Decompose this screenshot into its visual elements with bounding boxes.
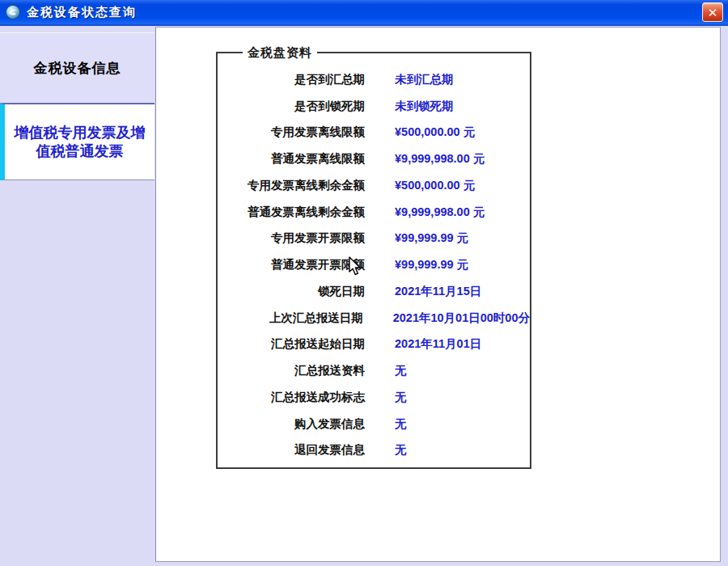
field-value: ¥9,999,998.00 元 bbox=[395, 151, 485, 167]
info-rows: 是否到汇总期未到汇总期是否到锁死期未到锁死期专用发票离线限额¥500,000.0… bbox=[218, 53, 530, 463]
field-label: 退回发票信息 bbox=[218, 442, 365, 458]
field-value: 2021年10月01日00时00分 bbox=[393, 310, 530, 326]
field-label: 汇总报送资料 bbox=[218, 363, 365, 378]
info-row: 普通发票开票限额¥99,999.99 元 bbox=[218, 251, 530, 278]
info-row: 普通发票离线限额¥9,999,998.00 元 bbox=[218, 146, 530, 172]
sidebar: 金税设备信息 增值税专用发票及增值税普通发票 bbox=[0, 26, 154, 566]
field-label: 普通发票离线限额 bbox=[218, 151, 365, 167]
info-row: 普通发票离线剩余金额¥9,999,998.00 元 bbox=[218, 199, 530, 226]
field-value: 无 bbox=[395, 363, 407, 378]
field-label: 是否到汇总期 bbox=[218, 72, 365, 87]
info-row: 是否到锁死期未到锁死期 bbox=[218, 93, 530, 120]
field-value: 无 bbox=[395, 416, 407, 432]
field-value: ¥9,999,998.00 元 bbox=[395, 205, 485, 220]
info-row: 退回发票信息无 bbox=[218, 437, 530, 464]
info-row: 是否到汇总期未到汇总期 bbox=[218, 66, 530, 93]
info-row: 专用发票离线限额¥500,000.00 元 bbox=[218, 120, 530, 146]
info-row: 汇总报送起始日期2021年11月01日 bbox=[218, 332, 530, 358]
field-label: 上次汇总报送日期 bbox=[218, 310, 363, 326]
info-row: 专用发票开票限额¥99,999.99 元 bbox=[218, 226, 530, 252]
field-label: 购入发票信息 bbox=[218, 416, 365, 432]
tax-disk-data-fieldset: 金税盘资料 是否到汇总期未到汇总期是否到锁死期未到锁死期专用发票离线限额¥500… bbox=[216, 52, 531, 469]
field-label: 专用发票离线限额 bbox=[218, 125, 365, 140]
field-label: 专用发票离线剩余金额 bbox=[218, 178, 365, 193]
field-value: 2021年11月01日 bbox=[395, 336, 481, 352]
info-row: 购入发票信息无 bbox=[218, 411, 530, 437]
window-title: 金税设备状态查询 bbox=[27, 5, 702, 20]
field-label: 专用发票开票限额 bbox=[218, 230, 365, 246]
info-row: 汇总报送资料无 bbox=[218, 357, 530, 384]
sidebar-item-label: 增值税专用发票及增值税普通发票 bbox=[8, 124, 151, 160]
field-value: 2021年11月15日 bbox=[395, 284, 481, 299]
field-value: 未到汇总期 bbox=[395, 72, 454, 87]
app-icon bbox=[5, 4, 21, 20]
field-value: 无 bbox=[395, 442, 407, 458]
fieldset-legend: 金税盘资料 bbox=[243, 44, 317, 61]
info-row: 专用发票离线剩余金额¥500,000.00 元 bbox=[218, 172, 530, 199]
app-window: 金税设备状态查询 ✕ 金税设备信息 增值税专用发票及增值税普通发票 金税盘资料 … bbox=[0, 0, 728, 566]
field-label: 汇总报送成功标志 bbox=[218, 390, 365, 405]
field-value: ¥99,999.99 元 bbox=[395, 257, 468, 272]
field-value: ¥99,999.99 元 bbox=[395, 230, 468, 246]
field-label: 汇总报送起始日期 bbox=[218, 336, 365, 352]
field-value: 无 bbox=[395, 390, 407, 405]
info-row: 上次汇总报送日期2021年10月01日00时00分 bbox=[218, 305, 530, 332]
field-value: ¥500,000.00 元 bbox=[395, 178, 475, 193]
field-label: 锁死日期 bbox=[218, 284, 365, 299]
field-label: 普通发票开票限额 bbox=[218, 257, 365, 272]
field-value: ¥500,000.00 元 bbox=[395, 125, 475, 140]
info-row: 锁死日期2021年11月15日 bbox=[218, 278, 530, 305]
info-row: 汇总报送成功标志无 bbox=[218, 384, 530, 411]
main-panel: 金税盘资料 是否到汇总期未到汇总期是否到锁死期未到锁死期专用发票离线限额¥500… bbox=[155, 27, 721, 562]
field-label: 普通发票离线剩余金额 bbox=[218, 205, 365, 220]
close-button[interactable]: ✕ bbox=[702, 2, 723, 22]
sidebar-item-vat-invoices[interactable]: 增值税专用发票及增值税普通发票 bbox=[0, 103, 154, 180]
titlebar[interactable]: 金税设备状态查询 ✕ bbox=[0, 0, 728, 26]
field-label: 是否到锁死期 bbox=[218, 99, 365, 114]
sidebar-item-label: 金税设备信息 bbox=[34, 59, 121, 78]
sidebar-item-device-info[interactable]: 金税设备信息 bbox=[0, 32, 154, 103]
field-value: 未到锁死期 bbox=[395, 99, 454, 114]
